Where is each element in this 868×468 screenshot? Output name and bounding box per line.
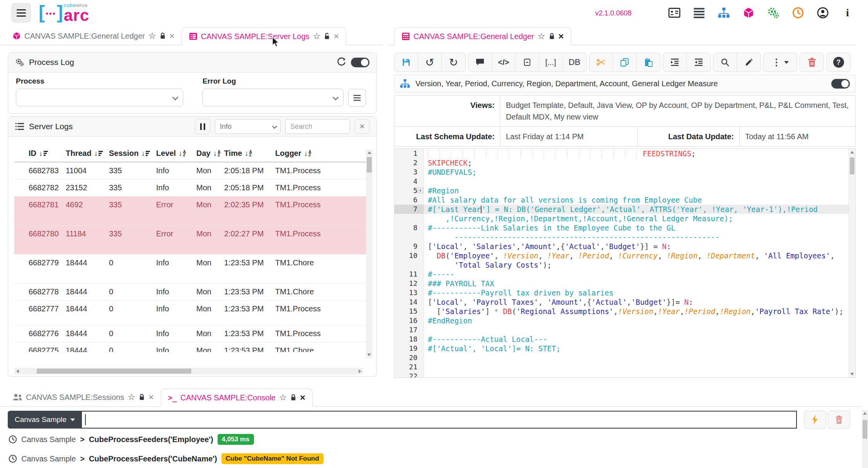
star-icon[interactable]: ☆ (313, 31, 321, 41)
code-line[interactable]: #-----------Payroll tax driven by salari… (424, 288, 849, 297)
table-row[interactable]: 6682775184440InfoMon1:23:53 PMTM1.Chore (14, 342, 370, 352)
scrollbar-thumb[interactable] (367, 157, 372, 173)
code-line[interactable]: ----------------------------------------… (424, 232, 849, 242)
outdent-button[interactable] (687, 53, 710, 72)
scroll-up-arrow[interactable] (368, 151, 371, 154)
copy-button[interactable] (613, 53, 637, 72)
process-select[interactable] (16, 89, 183, 106)
table-vertical-scrollbar[interactable] (366, 149, 373, 358)
code-line[interactable]: ### PAYROLL TAX (424, 279, 849, 288)
tab-console[interactable]: >_ CANVAS SAMPLE:Console ☆ × (161, 389, 313, 407)
info-icon[interactable]: i (841, 6, 854, 19)
tab-server-logs[interactable]: CANVAS SAMPLE:Server Logs ☆ × (182, 27, 347, 45)
brackets-button[interactable]: [...] (539, 53, 563, 72)
dimensions-toggle[interactable] (831, 79, 850, 89)
column-header-logger[interactable]: Logger↓AZ (275, 146, 337, 162)
column-header-day[interactable]: Day↓AZ (196, 146, 224, 162)
table-horizontal-scrollbar[interactable] (14, 368, 363, 374)
column-header-level[interactable]: Level↓AZ (156, 146, 196, 162)
indent-button[interactable] (663, 53, 687, 72)
code-line[interactable]: #EndRegion (424, 316, 849, 325)
code-line[interactable]: #['Last Year'] = N: DB('General Ledger',… (424, 205, 849, 214)
list-icon[interactable] (693, 6, 706, 19)
scroll-up-arrow[interactable] (863, 412, 867, 415)
star-icon[interactable]: ☆ (128, 392, 135, 402)
console-command-input[interactable] (82, 411, 797, 429)
scroll-down-arrow[interactable] (850, 373, 854, 376)
code-line[interactable]: ['Local', 'Payroll Taxes', 'Amount',{'Ac… (424, 297, 849, 307)
scroll-up-arrow[interactable] (850, 151, 854, 154)
code-line[interactable]: #-----------Actual Local--- (424, 335, 849, 344)
db-button[interactable]: DB (563, 53, 586, 72)
table-row[interactable]: 6682778184440InfoMon1:23:53 PMTM1.Chore (14, 284, 370, 301)
code-line[interactable] (424, 372, 849, 377)
cut-button[interactable] (589, 53, 613, 72)
code-line[interactable]: DB('Employee', !Version, !Year, !Period,… (424, 251, 849, 260)
code-line[interactable]: #All salary data for all versions is com… (424, 195, 849, 205)
clear-console-button[interactable] (828, 411, 850, 429)
hamburger-menu-button[interactable] (12, 3, 31, 22)
save-button[interactable] (395, 53, 418, 72)
code-line[interactable]: FEEDSTRINGS; (424, 149, 849, 158)
clock-icon[interactable] (791, 6, 805, 19)
code-line[interactable]: ,!Currency,!Region,!Department,!Account,… (424, 214, 849, 223)
page-scrollbar[interactable] (862, 410, 868, 468)
close-icon[interactable]: × (300, 394, 305, 401)
search-button[interactable] (713, 53, 737, 72)
comment-button[interactable] (468, 53, 492, 72)
scroll-left-arrow[interactable] (16, 369, 19, 373)
error-log-select[interactable] (203, 89, 344, 106)
column-header-time[interactable]: Time↓AZ (224, 146, 275, 162)
scroll-down-arrow[interactable] (367, 354, 371, 356)
gears-icon[interactable] (767, 6, 780, 19)
paste-button[interactable] (637, 53, 660, 72)
scrollbar-thumb[interactable] (850, 157, 854, 174)
column-header-session[interactable]: Session↓ (109, 146, 156, 162)
pause-button[interactable] (195, 119, 210, 134)
undo-button[interactable]: ↺ (418, 53, 442, 72)
close-icon[interactable]: × (334, 32, 339, 40)
column-header-id[interactable]: ID↓ (29, 146, 66, 162)
code-line[interactable] (424, 362, 849, 372)
table-row[interactable]: 66827814692335ErrorMon2:02:35 PMTM1.Proc… (14, 196, 370, 225)
table-row[interactable]: 668278011184335ErrorMon2:02:27 PMTM1.Pro… (14, 225, 370, 254)
star-icon[interactable]: ☆ (279, 393, 287, 403)
fold-toggle-icon[interactable]: ▾ (417, 188, 423, 193)
refresh-icon[interactable] (336, 57, 346, 67)
more-options-button[interactable]: ⋮ (764, 53, 797, 72)
error-log-list-button[interactable] (348, 89, 366, 107)
rules-editor[interactable]: 12345▾678910111213141516171819202122 FEE… (394, 149, 856, 378)
code-line[interactable]: ['Local', 'Salaries','Amount',{'Actual',… (424, 242, 849, 251)
table-row[interactable]: 6682776184440InfoMon1:23:53 PMTM1.Proces… (14, 325, 370, 342)
code-line[interactable]: SKIPCHECK; (424, 158, 849, 167)
auto-refresh-toggle[interactable] (351, 58, 369, 67)
star-icon[interactable]: ☆ (148, 31, 156, 41)
code-line[interactable] (424, 325, 849, 335)
tab-general-ledger-rules[interactable]: CANVAS SAMPLE:General Ledger ☆ × (394, 27, 571, 45)
redo-button[interactable]: ↻ (442, 53, 465, 72)
clear-search-button[interactable]: × (355, 119, 369, 134)
help-button[interactable]: ? (827, 53, 850, 72)
code-line[interactable]: #UNDEFVALS; (424, 167, 849, 177)
code-line[interactable]: 'Total Salary Costs'); (424, 260, 849, 270)
table-row[interactable]: 668278311004335InfoMon2:05:18 PMTM1.Proc… (14, 162, 370, 179)
cube-icon[interactable] (742, 6, 755, 19)
sitemap-icon[interactable] (717, 6, 730, 19)
scrollbar-thumb[interactable] (863, 420, 867, 439)
column-header-thread[interactable]: Thread↓ (66, 146, 109, 162)
code-line[interactable]: #Region (424, 186, 849, 195)
code-line[interactable]: ['Salaries'] * DB('Regional Assumptions'… (424, 307, 849, 316)
edit-button[interactable] (737, 53, 761, 72)
table-row[interactable]: 6682777184440InfoMon1:23:53 PMTM1.Proces… (14, 301, 370, 325)
tab-general-ledger[interactable]: CANVAS SAMPLE:General Ledger ☆ × (5, 27, 182, 45)
id-card-icon[interactable] (668, 6, 681, 19)
cube-dimensions-bar[interactable]: Version, Year, Period, Currency, Region,… (394, 75, 856, 92)
scrollbar-thumb[interactable] (37, 369, 191, 374)
scroll-right-arrow[interactable] (359, 369, 361, 373)
instance-selector-button[interactable]: Canvas Sample (8, 411, 82, 429)
execute-button[interactable] (804, 411, 826, 429)
collapse-button[interactable] (516, 53, 539, 72)
tab-sessions[interactable]: CANVAS SAMPLE:Sessions ☆ × (5, 388, 161, 406)
search-input[interactable] (285, 119, 350, 134)
delete-button[interactable] (800, 53, 824, 72)
